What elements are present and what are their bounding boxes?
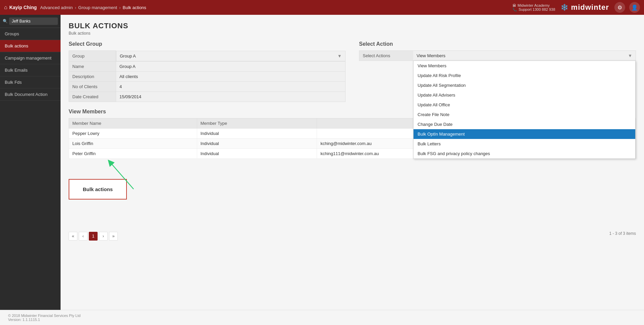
action-select-row[interactable]: Select Actions View Members ▼ View Membe… — [359, 50, 636, 61]
dropdown-item-fsg[interactable]: Bulk FSG and privacy policy changes — [414, 149, 635, 158]
nav-icons: ⚙ 👤 — [614, 2, 640, 13]
table-row: Group Group A ▼ — [69, 51, 346, 62]
field-label-date: Date Created — [69, 92, 116, 102]
field-label-group: Group — [69, 51, 116, 62]
search-input[interactable] — [9, 17, 58, 25]
first-page-button[interactable]: « — [69, 232, 77, 241]
sidebar-item-bulk-fds[interactable]: Bulk Fds — [0, 76, 61, 88]
academy-info: 🏛Midwinter Academy 📞Support 1300 882 938 — [512, 3, 555, 12]
field-label-name: Name — [69, 61, 116, 71]
page-header: BULK ACTIONS Bulk actions — [69, 22, 636, 36]
sidebar-search-bar[interactable]: 🔍 — [0, 15, 61, 28]
breadcrumb-group-management[interactable]: Group management — [78, 5, 117, 10]
member-type: Individual — [197, 148, 317, 158]
pagination: « ‹ 1 › » — [69, 232, 118, 241]
page-title: BULK ACTIONS — [69, 22, 636, 30]
user-name: Kayip Ching — [9, 5, 37, 10]
member-type: Individual — [197, 138, 317, 148]
field-label-clients: No of Clients — [69, 81, 116, 92]
sidebar-item-bulk-document-action[interactable]: Bulk Document Action — [0, 88, 61, 101]
group-info-table: Group Group A ▼ Name Group A Description… — [69, 50, 346, 102]
dropdown-item-advisers[interactable]: Update All Advisers — [414, 90, 635, 100]
two-col-layout: Select Group Group Group A ▼ Name Group … — [69, 41, 636, 102]
footer: © 2018 Midwinter Financial Services Pty … — [0, 310, 644, 325]
midwinter-brand: ❄ midwinter — [561, 2, 609, 13]
next-page-button[interactable]: › — [99, 232, 108, 241]
table-row: No of Clients 4 — [69, 81, 346, 92]
content-area: BULK ACTIONS Bulk actions Select Group G… — [61, 15, 644, 310]
sidebar-item-bulk-actions[interactable]: Bulk actions — [0, 40, 61, 52]
field-value-group[interactable]: Group A ▼ — [116, 51, 346, 61]
prev-page-button[interactable]: ‹ — [79, 232, 87, 241]
sidebar-item-groups[interactable]: Groups — [0, 28, 61, 40]
sidebar-item-campaign-management[interactable]: Campaign management — [0, 52, 61, 64]
group-dropdown-arrow: ▼ — [337, 53, 342, 59]
member-name: Lois Griffin — [69, 138, 197, 148]
dropdown-item-view-members[interactable]: View Members — [414, 61, 635, 71]
breadcrumb-advanced-admin[interactable]: Advanced admin — [40, 5, 73, 10]
table-row: Description All clients — [69, 71, 346, 81]
col-member-type: Member Type — [197, 118, 317, 128]
right-column: Select Action Select Actions View Member… — [359, 41, 636, 102]
sidebar: 🔍 Groups Bulk actions Campaign managemen… — [0, 15, 61, 310]
breadcrumb: Advanced admin › Group management › Bulk… — [40, 5, 146, 10]
user-button[interactable]: 👤 — [629, 2, 640, 13]
search-icon: 🔍 — [3, 19, 8, 24]
page-1-button[interactable]: 1 — [89, 232, 98, 241]
sidebar-nav: Groups Bulk actions Campaign management … — [0, 28, 61, 101]
col-member-name: Member Name — [69, 118, 197, 128]
action-select-container: Select Actions View Members ▼ View Membe… — [359, 50, 636, 61]
annotation-arrow — [100, 159, 167, 192]
field-value-clients: 4 — [116, 81, 346, 92]
footer-copyright: © 2018 Midwinter Financial Services Pty … — [8, 314, 636, 318]
page-subtitle: Bulk actions — [69, 31, 636, 36]
settings-button[interactable]: ⚙ — [614, 2, 625, 13]
action-label: Select Actions — [359, 51, 413, 61]
footer-version: Version: 1.1.1115.1 — [8, 318, 636, 322]
top-nav: ⌂ Kayip Ching Advanced admin › Group man… — [0, 0, 644, 15]
member-type: Individual — [197, 128, 317, 138]
action-dropdown-arrow: ▼ — [628, 53, 632, 58]
dropdown-item-letters[interactable]: Bulk Letters — [414, 139, 635, 149]
dropdown-item-file-note[interactable]: Create File Note — [414, 110, 635, 119]
member-name: Peter Griffin — [69, 148, 197, 158]
field-value-description: All clients — [116, 71, 346, 81]
dropdown-item-segmentation[interactable]: Update All Segmentation — [414, 80, 635, 90]
last-page-button[interactable]: » — [109, 232, 118, 241]
sidebar-item-bulk-emails[interactable]: Bulk Emails — [0, 64, 61, 76]
field-label-description: Description — [69, 71, 116, 81]
snowflake-icon: ❄ — [561, 2, 568, 13]
annotation-area: Bulk actions — [69, 179, 127, 200]
left-column: Select Group Group Group A ▼ Name Group … — [69, 41, 346, 102]
field-value-name: Group A — [116, 61, 346, 71]
app-logo[interactable]: ⌂ Kayip Ching — [4, 4, 37, 10]
dropdown-item-risk-profile[interactable]: Update All Risk Profile — [414, 71, 635, 80]
select-action-title: Select Action — [359, 41, 636, 47]
table-row: Name Group A — [69, 61, 346, 71]
action-dropdown-menu[interactable]: View Members Update All Risk Profile Upd… — [413, 61, 636, 159]
dropdown-item-optin[interactable]: Bulk OptIn Management — [414, 129, 635, 139]
breadcrumb-current: Bulk actions — [123, 5, 146, 10]
dropdown-item-office[interactable]: Update All Office — [414, 100, 635, 110]
home-icon: ⌂ — [4, 4, 7, 10]
action-value[interactable]: View Members ▼ View Members Update All R… — [413, 51, 636, 61]
select-group-title: Select Group — [69, 41, 346, 47]
dropdown-item-due-date[interactable]: Change Due Date — [414, 119, 635, 129]
member-name: Pepper Lowry — [69, 128, 197, 138]
pagination-area: « ‹ 1 › » 1 - 3 of 3 items — [69, 226, 636, 241]
pagination-info: 1 - 3 of 3 items — [609, 231, 636, 236]
field-value-date: 15/09/2014 — [116, 92, 346, 102]
main-layout: 🔍 Groups Bulk actions Campaign managemen… — [0, 15, 644, 310]
svg-line-0 — [110, 162, 134, 189]
table-row: Date Created 15/09/2014 — [69, 92, 346, 102]
